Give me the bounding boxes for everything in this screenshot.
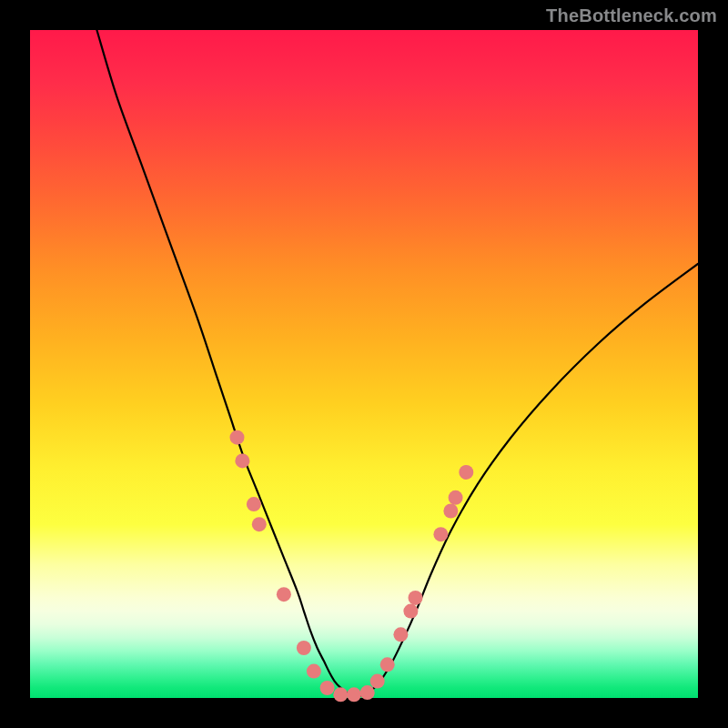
data-point bbox=[403, 604, 418, 619]
plot-area bbox=[30, 30, 698, 698]
data-point bbox=[277, 587, 291, 602]
watermark-text: TheBottleneck.com bbox=[546, 5, 717, 26]
data-point bbox=[443, 504, 458, 519]
data-point bbox=[320, 681, 335, 695]
data-point bbox=[247, 497, 261, 511]
data-point bbox=[380, 657, 395, 672]
data-point bbox=[459, 465, 473, 480]
data-point bbox=[433, 527, 448, 541]
chart-frame: TheBottleneck.com bbox=[0, 0, 728, 728]
data-point bbox=[252, 517, 267, 531]
data-point bbox=[307, 664, 321, 679]
data-point bbox=[360, 685, 375, 700]
data-point bbox=[333, 687, 348, 702]
data-point bbox=[370, 674, 385, 689]
data-point bbox=[449, 490, 463, 505]
data-point bbox=[347, 687, 361, 702]
data-point bbox=[230, 430, 245, 445]
bottleneck-curve bbox=[96, 30, 698, 696]
data-point bbox=[409, 591, 423, 605]
chart-svg bbox=[30, 30, 698, 698]
marker-group bbox=[230, 430, 474, 703]
data-point bbox=[235, 453, 249, 468]
data-point bbox=[393, 627, 408, 642]
data-point bbox=[297, 641, 311, 655]
